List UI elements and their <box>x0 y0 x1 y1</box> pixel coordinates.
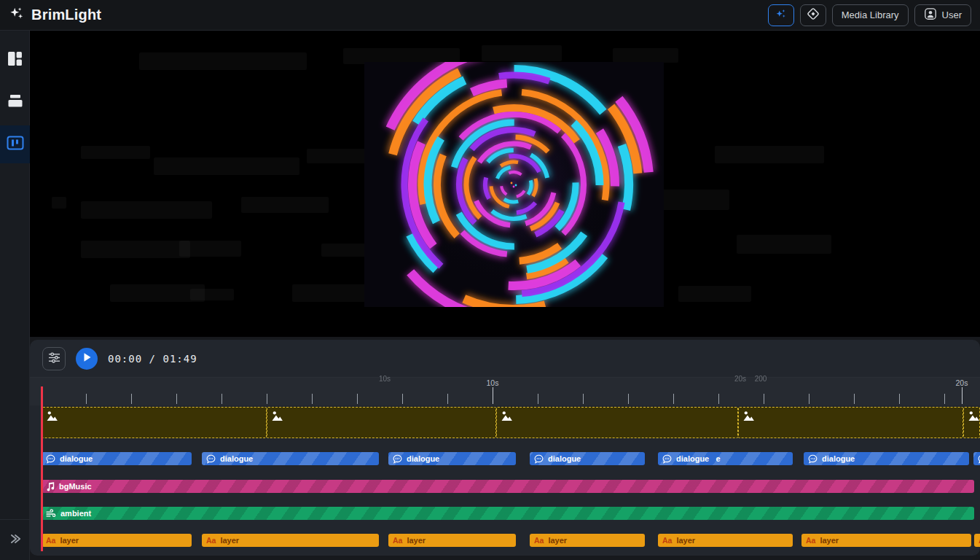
speech-bubble-icon <box>206 454 216 464</box>
ruler-tick <box>944 394 945 404</box>
playhead[interactable] <box>41 386 43 551</box>
ruler-ghost-label: 200 <box>755 375 767 383</box>
ruler-tick <box>267 394 267 404</box>
clip-dialogue[interactable] <box>973 452 980 465</box>
clip-dialogue[interactable]: dialogue <box>530 452 645 465</box>
clip-label: dialogue <box>822 454 855 463</box>
clip-layer[interactable]: Aalayer <box>530 534 645 547</box>
page-title: BrimLight <box>31 7 101 23</box>
drawer-icon <box>7 93 23 111</box>
ruler-tick <box>673 394 674 404</box>
ruler-tick <box>222 394 222 404</box>
text-icon: Aa <box>206 536 216 545</box>
text-icon: Aa <box>806 536 815 545</box>
clip-layer[interactable]: Aalayer <box>202 534 379 547</box>
wind-icon <box>46 509 56 518</box>
timeline-ruler[interactable]: 10s20s10s20s200 <box>30 378 980 405</box>
sidebar <box>0 31 30 560</box>
clip-label: dialogue <box>548 454 581 463</box>
current-time: 00:00 <box>108 353 142 365</box>
timeline-icon <box>7 136 24 153</box>
image-icon <box>501 411 513 421</box>
clip-label: layer <box>820 536 839 545</box>
clip-label: layer <box>220 536 239 545</box>
ghost-artifact <box>179 241 241 257</box>
play-button[interactable] <box>76 348 98 370</box>
clip-label: dialogue e <box>676 454 721 463</box>
playback-settings-button[interactable] <box>42 347 66 370</box>
clip-label: dialogue <box>407 454 439 463</box>
sidebar-item-editor[interactable] <box>0 125 30 163</box>
ruler-tick <box>899 394 900 404</box>
clip-layer[interactable]: Aalayer <box>42 534 192 547</box>
user-button[interactable]: User <box>914 4 971 26</box>
ghost-artifact <box>52 197 66 209</box>
sparkle-logo-icon <box>9 6 25 25</box>
timeline-panel: 00:00 / 01:49 10s20s10s20s200 <box>30 340 980 556</box>
sliders-icon <box>48 352 60 365</box>
image-icon <box>968 411 980 421</box>
collapse-button[interactable] <box>9 533 22 548</box>
clip-label: layer <box>60 536 79 545</box>
diamond-icon <box>807 7 820 23</box>
preview-area <box>30 31 980 337</box>
image-icon <box>742 411 755 421</box>
ruler-tick <box>86 394 87 404</box>
playback-controls: 00:00 / 01:49 <box>30 340 980 378</box>
ruler-label: 10s <box>487 378 499 387</box>
user-avatar-icon <box>924 7 937 23</box>
image-icon <box>271 411 283 421</box>
clip-bgmusic[interactable]: bgMusic <box>42 480 974 493</box>
neon-tunnel-art <box>364 62 664 307</box>
clip-label: ambient <box>60 509 91 518</box>
clip-layer[interactable]: Aalayer <box>801 534 971 547</box>
image-icon <box>46 411 58 421</box>
clip-label: dialogue <box>220 454 253 463</box>
ruler-ghost-label: 10s <box>379 375 391 383</box>
clip-dialogue[interactable]: dialogue <box>804 452 969 465</box>
speech-bubble-icon <box>393 454 402 464</box>
ghost-artifact <box>715 146 824 163</box>
clip-dialogue[interactable]: dialogue <box>388 452 516 465</box>
diamond-code-button[interactable] <box>800 4 826 26</box>
total-time: 01:49 <box>162 353 197 365</box>
clip-video[interactable] <box>963 407 980 438</box>
play-icon <box>82 352 92 365</box>
clip-ambient[interactable]: ambient <box>42 507 974 520</box>
app-window: BrimLight <box>0 0 980 560</box>
ruler-tick <box>628 394 629 404</box>
clip-layer[interactable]: Aa <box>974 534 980 547</box>
music-note-icon <box>46 482 55 491</box>
clip-label: dialogue <box>60 454 93 463</box>
sidebar-footer <box>0 519 30 560</box>
speech-bubble-icon <box>46 454 55 464</box>
clip-layer[interactable]: Aalayer <box>658 534 793 547</box>
text-icon: Aa <box>534 536 544 545</box>
sidebar-item-library[interactable] <box>0 83 30 121</box>
sidebar-item-dashboard[interactable] <box>0 41 30 79</box>
ghost-artifact <box>154 158 299 175</box>
clip-video[interactable] <box>267 407 496 438</box>
ruler-tick <box>176 394 177 404</box>
clip-layer[interactable]: Aalayer <box>388 534 516 547</box>
time-separator: / <box>149 353 156 365</box>
ghost-artifact <box>241 197 329 213</box>
clip-dialogue[interactable]: dialogue <box>202 452 379 465</box>
clip-dialogue[interactable]: dialogue e <box>658 452 793 465</box>
ruler-tick <box>809 394 810 404</box>
clip-label: layer <box>407 536 426 545</box>
ghost-artifact <box>613 48 678 63</box>
ghost-artifact <box>737 235 831 254</box>
clip-video[interactable] <box>496 407 738 438</box>
ruler-tick <box>718 394 719 404</box>
clip-label: layer <box>676 536 695 545</box>
clip-video[interactable] <box>42 407 267 438</box>
ruler-tick <box>583 394 584 404</box>
ruler-tick <box>764 394 764 404</box>
clip-dialogue[interactable]: dialogue <box>42 452 192 465</box>
clip-video[interactable] <box>738 407 963 438</box>
ruler-major-tick <box>962 387 963 404</box>
clip-label: layer <box>548 536 567 545</box>
ai-assistant-button[interactable] <box>768 4 794 26</box>
media-library-button[interactable]: Media Library <box>832 4 909 26</box>
